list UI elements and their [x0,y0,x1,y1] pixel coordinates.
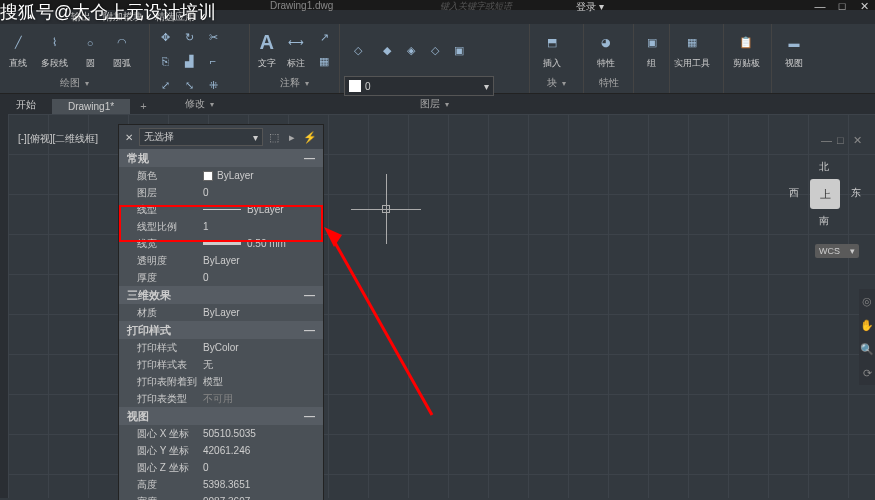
wcs-badge[interactable]: WCS▾ [815,244,859,258]
prop-ltscale[interactable]: 线型比例1 [119,218,323,235]
minimize-button[interactable]: — [809,0,831,12]
tool-layer-props[interactable]: ◇ [344,26,372,74]
clipboard-icon: 📋 [734,31,758,55]
prop-height[interactable]: 高度5398.3651 [119,476,323,493]
maximize-button[interactable]: □ [831,0,853,12]
prop-centery[interactable]: 圆心 Y 坐标42061.246 [119,442,323,459]
move-icon[interactable]: ✥ [154,26,176,48]
viewcube-top[interactable]: 上 [810,179,840,209]
text-icon: A [255,31,279,55]
login-link[interactable]: 登录 ▾ [576,0,604,14]
layer-icon-3[interactable]: ◇ [424,39,446,61]
zoom-icon[interactable]: 🔍 [859,337,875,361]
viewport-label[interactable]: [-][俯视][二维线框] [18,132,98,146]
copy-icon[interactable]: ⎘ [154,50,176,72]
layer-icon-2[interactable]: ◈ [400,39,422,61]
properties-icon: ◕ [594,31,618,55]
group-icon: ▣ [640,31,664,55]
viewport-controls: — □ ✕ [821,134,865,146]
view-icon: ▬ [782,31,806,55]
tool-text[interactable]: A文字 [254,26,280,74]
annotation-arrow [324,227,444,427]
prop-plotstyle[interactable]: 打印样式ByColor [119,339,323,356]
section-3d[interactable]: 三维效果— [119,286,323,304]
prop-lineweight[interactable]: 线宽0.50 mm [119,235,323,252]
layer-props-icon: ◇ [346,38,370,62]
tab-new[interactable]: + [130,98,156,114]
prop-centerz[interactable]: 圆心 Z 坐标0 [119,459,323,476]
prop-layer[interactable]: 图层0 [119,184,323,201]
trim-icon[interactable]: ✂ [202,26,224,48]
search-hint[interactable]: 键入关键字或短语 [440,0,512,13]
svg-line-0 [329,232,432,415]
orbit-icon[interactable]: ⟳ [859,361,875,385]
array-icon[interactable]: ⁜ [202,74,224,96]
tool-circle[interactable]: ○圆 [76,26,104,74]
circle-icon: ○ [78,31,102,55]
close-button[interactable]: ✕ [853,0,875,12]
layer-icon-1[interactable]: ◆ [376,39,398,61]
viewcube-west[interactable]: 西 [789,186,799,200]
viewcube-east[interactable]: 东 [851,186,861,200]
tool-insert[interactable]: ⬒插入 [534,26,570,74]
minimize-viewport-icon[interactable]: — [821,134,833,146]
insert-icon: ⬒ [540,31,564,55]
tool-properties[interactable]: ◕特性 [588,26,624,74]
prop-transparency[interactable]: 透明度ByLayer [119,252,323,269]
prop-width[interactable]: 宽度9087.3697 [119,493,323,500]
prop-color[interactable]: 颜色ByLayer [119,167,323,184]
tool-dimension[interactable]: ⟷标注 [284,26,310,74]
prop-plottype[interactable]: 打印表类型不可用 [119,390,323,407]
table-icon[interactable]: ▦ [313,50,335,72]
viewcube-south[interactable]: 南 [819,214,829,228]
section-view[interactable]: 视图— [119,407,323,425]
prop-centerx[interactable]: 圆心 X 坐标50510.5035 [119,425,323,442]
tab-drawing[interactable]: Drawing1* [52,99,130,114]
leader-icon[interactable]: ↗ [313,26,335,48]
tool-polyline[interactable]: ⌇多段线 [36,26,72,74]
scale-icon[interactable]: ⤡ [178,74,200,96]
nav-wheel-icon[interactable]: ◎ [859,289,875,313]
selection-combo[interactable]: 无选择▾ [139,128,263,146]
tab-start[interactable]: 开始 [0,96,52,114]
prop-linetype[interactable]: 线型ByLayer [119,201,323,218]
prop-plotattach[interactable]: 打印表附着到模型 [119,373,323,390]
ribbon: ╱直线 ⌇多段线 ○圆 ◠圆弧 绘图 ▾ ✥ ↻ ✂ ⎘ ▟ ⌐ ⤢ ⤡ ⁜ 修… [0,24,875,94]
layer-icon-4[interactable]: ▣ [448,39,470,61]
tool-view[interactable]: ▬视图 [776,26,812,74]
tool-arc[interactable]: ◠圆弧 [108,26,136,74]
palette-close-icon[interactable]: ✕ [125,132,135,143]
tool-utilities[interactable]: ▦实用工具 [674,26,710,74]
fillet-icon[interactable]: ⌐ [202,50,224,72]
stretch-icon[interactable]: ⤢ [154,74,176,96]
mirror-icon[interactable]: ▟ [178,50,200,72]
palette-quick-icon[interactable]: ⚡ [303,130,317,144]
viewcube[interactable]: 北 南 西 东 上 [795,164,855,224]
properties-palette: ✕ 无选择▾ ⬚ ▸ ⚡ 常规— 颜色ByLayer 图层0 线型ByLayer… [118,124,324,500]
maximize-viewport-icon[interactable]: □ [837,134,849,146]
layer-combo[interactable]: 0 ▾ [344,76,494,96]
prop-material[interactable]: 材质ByLayer [119,304,323,321]
tool-group[interactable]: ▣组 [638,26,665,74]
prop-plottable[interactable]: 打印样式表无 [119,356,323,373]
close-viewport-icon[interactable]: ✕ [853,134,865,146]
svg-marker-1 [324,227,342,247]
palette-select-icon[interactable]: ▸ [285,130,299,144]
prop-thickness[interactable]: 厚度0 [119,269,323,286]
document-title: Drawing1.dwg [270,0,333,11]
pan-icon[interactable]: ✋ [859,313,875,337]
palette-strip[interactable] [0,114,8,498]
section-print[interactable]: 打印样式— [119,321,323,339]
arc-icon: ◠ [110,31,134,55]
watermark-text: 搜狐号@太仓上元设计培训 [0,0,216,24]
tool-clipboard[interactable]: 📋剪贴板 [728,26,764,74]
navigation-bar: ◎ ✋ 🔍 ⟳ [859,289,875,385]
palette-toggle-icon[interactable]: ⬚ [267,130,281,144]
dimension-icon: ⟷ [284,31,308,55]
tool-line[interactable]: ╱直线 [4,26,32,74]
rotate-icon[interactable]: ↻ [178,26,200,48]
viewcube-north[interactable]: 北 [819,160,829,174]
section-general[interactable]: 常规— [119,149,323,167]
workspace: [-][俯视][二维线框] — □ ✕ 北 南 西 东 上 WCS▾ ◎ ✋ 🔍… [0,114,875,498]
polyline-icon: ⌇ [42,31,66,55]
